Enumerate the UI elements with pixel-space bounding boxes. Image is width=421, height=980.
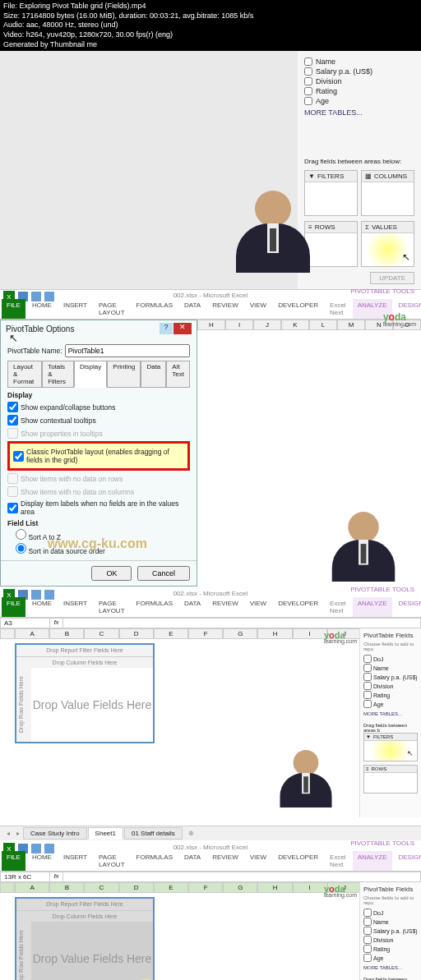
tab-view[interactable]: VIEW [245,851,271,871]
col-head[interactable]: F [188,628,223,639]
pivot-drop-grid-selected[interactable]: Drop Report Filter Fields Here Drop Colu… [15,897,155,980]
col-head[interactable]: C [84,628,118,639]
col-head[interactable]: I [293,882,327,893]
dialog-tab-printing[interactable]: Printing [107,361,141,388]
tab-file[interactable]: FILE [2,299,25,319]
chk-classic[interactable] [13,451,24,462]
field-checkbox[interactable] [363,936,372,944]
tab-excel-next[interactable]: Excel Next [325,851,351,871]
add-sheet-icon[interactable]: ⊕ [183,828,199,839]
radio-atoz[interactable] [16,529,26,540]
select-all-corner[interactable] [0,882,15,893]
name-box[interactable]: A3 [1,619,50,628]
col-head[interactable]: G [223,628,257,639]
field-checkbox[interactable] [363,682,372,690]
tab-page-layout[interactable]: PAGE LAYOUT [94,851,129,871]
sheet-tab[interactable]: 01 Staff details [124,827,183,840]
field-checkbox-age[interactable] [304,97,312,105]
tab-home[interactable]: HOME [27,299,57,319]
tab-insert[interactable]: INSERT [58,597,92,617]
fx-icon[interactable]: fx [50,872,63,881]
field-checkbox[interactable] [363,664,372,672]
tab-developer[interactable]: DEVELOPER [273,851,323,871]
dialog-tab-totals[interactable]: Totals & Filters [42,361,74,388]
field-checkbox[interactable] [363,909,372,917]
col-head[interactable]: E [154,628,188,639]
name-box[interactable]: 13R x 6C [1,872,50,881]
update-button[interactable]: UPDATE [370,272,414,284]
drop-values-zone[interactable]: Drop Value Fields Here [31,922,153,980]
tab-review[interactable]: REVIEW [207,299,243,319]
tab-formulas[interactable]: FORMULAS [132,851,178,871]
col-head[interactable]: D [119,628,154,639]
tab-page-layout[interactable]: PAGE LAYOUT [94,597,129,617]
values-dropzone[interactable]: ΣVALUES ↖ [361,221,414,267]
tab-analyze[interactable]: ANALYZE [353,597,392,617]
ok-button[interactable]: OK [91,566,132,581]
tab-page-layout[interactable]: PAGE LAYOUT [94,299,129,319]
tab-review[interactable]: REVIEW [207,597,243,617]
col-head[interactable]: I [293,628,327,639]
tab-design[interactable]: DESIGN [394,851,422,871]
field-checkbox-division[interactable] [304,77,312,85]
tab-review[interactable]: REVIEW [207,851,243,871]
tab-excel-next[interactable]: Excel Next [325,299,351,319]
field-checkbox[interactable] [363,918,372,926]
tab-formulas[interactable]: FORMULAS [132,597,178,617]
tab-excel-next[interactable]: Excel Next [325,597,351,617]
col-head[interactable]: G [223,882,257,893]
sheet-tab-active[interactable]: Sheet1 [88,827,123,840]
drop-rows-zone[interactable]: Drop Row Fields Here [16,668,31,742]
dialog-tab-display[interactable]: Display [74,361,107,388]
field-checkbox-name[interactable] [304,58,312,66]
tab-data[interactable]: DATA [179,299,206,319]
field-checkbox[interactable] [363,700,372,708]
dialog-tab-data[interactable]: Data [141,361,166,388]
tab-data[interactable]: DATA [179,851,206,871]
filters-dropzone[interactable]: ▼FILTERS ↖ [363,733,418,761]
tab-developer[interactable]: DEVELOPER [273,597,323,617]
tab-insert[interactable]: INSERT [58,851,92,871]
col-head[interactable]: D [119,882,154,893]
chk-expand[interactable] [7,402,18,412]
tab-design[interactable]: DESIGN [394,597,422,617]
fx-icon[interactable]: fx [50,619,63,628]
pivot-name-input[interactable] [65,344,190,357]
field-checkbox[interactable] [363,945,372,953]
col-head[interactable]: A [15,628,49,639]
tab-insert[interactable]: INSERT [58,299,92,319]
next-sheet-icon[interactable]: ▸ [13,830,23,837]
drop-filter-zone[interactable]: Drop Report Filter Fields Here [16,645,153,656]
tab-developer[interactable]: DEVELOPER [273,299,323,319]
help-icon[interactable]: ? [160,323,173,334]
field-checkbox[interactable] [363,673,372,681]
cancel-button[interactable]: Cancel [137,566,190,581]
tab-analyze[interactable]: ANALYZE [353,851,392,871]
field-checkbox[interactable] [363,691,372,699]
columns-dropzone[interactable]: ▦COLUMNS [361,170,414,216]
prev-sheet-icon[interactable]: ◂ [3,830,13,837]
col-head[interactable]: C [84,882,118,893]
drop-filter-zone[interactable]: Drop Report Filter Fields Here [16,899,153,910]
tab-data[interactable]: DATA [179,597,206,617]
tab-home[interactable]: HOME [27,597,57,617]
more-tables-link[interactable]: MORE TABLES... [363,711,418,716]
close-icon[interactable]: ✕ [173,323,192,334]
tab-file[interactable]: FILE [2,851,25,871]
drop-columns-zone[interactable]: Drop Column Fields Here [16,656,153,668]
col-head[interactable]: H [257,628,292,639]
more-tables-link[interactable]: MORE TABLES... [363,965,418,970]
rows-dropzone[interactable]: ≡ROWS [363,765,418,794]
tab-view[interactable]: VIEW [245,299,271,319]
more-tables-link[interactable]: MORE TABLES... [304,108,414,117]
formula-bar[interactable] [63,872,420,881]
col-head[interactable]: B [49,882,84,893]
drop-values-zone[interactable]: Drop Value Fields Here [31,668,153,742]
field-checkbox[interactable] [363,655,372,663]
dialog-tab-alt[interactable]: Alt Text [166,361,190,388]
sheet-tab[interactable]: Case Study Intro [23,827,87,840]
select-all-corner[interactable] [0,628,15,639]
col-head[interactable]: B [49,628,84,639]
chk-itemlabels[interactable] [7,503,18,513]
field-checkbox[interactable] [363,927,372,935]
